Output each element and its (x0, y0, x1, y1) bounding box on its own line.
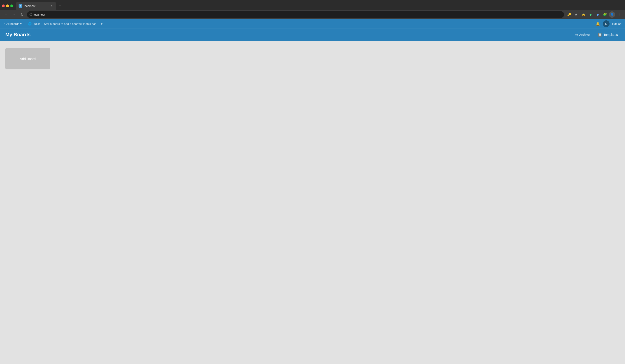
all-boards-link[interactable]: ⌂ All boards ▾ (3, 22, 22, 26)
bookmark-star-icon[interactable]: ★ (573, 11, 579, 18)
app-header: My Boards 🗃 Archive 📋 Templates (0, 28, 625, 41)
page-title: My Boards (5, 32, 573, 38)
nav-separator: · (24, 22, 25, 26)
templates-icon: 📋 (598, 32, 602, 37)
extensions-puzzle-icon[interactable]: 🧩 (602, 11, 608, 18)
nav-add-button[interactable]: + (99, 21, 104, 26)
browser-chrome: T localhost × + ← → ↻ ⓘ localhost 🔑 ★ 🔒 … (0, 0, 625, 19)
header-actions: 🗃 Archive 📋 Templates (573, 31, 620, 38)
browser-profile-button[interactable]: 👤 (609, 11, 615, 18)
active-tab[interactable]: T localhost × (16, 2, 56, 10)
extension-icon-2[interactable]: ◆ (587, 11, 594, 18)
forward-button[interactable]: → (11, 11, 17, 18)
boards-grid: Add Board (5, 48, 620, 69)
home-icon: ⌂ (3, 22, 5, 26)
add-board-label: Add Board (20, 57, 36, 61)
star-hint-text: Star a board to add a shortcut in this b… (44, 22, 96, 26)
notifications-bell-icon[interactable]: 🔔 (596, 22, 600, 26)
traffic-lights (2, 4, 13, 7)
globe-icon: 🌐 (28, 22, 31, 26)
refresh-button[interactable]: ↻ (19, 11, 25, 18)
archive-button[interactable]: 🗃 Archive (573, 32, 592, 38)
all-boards-label: All boards (6, 22, 19, 26)
back-button[interactable]: ← (3, 11, 9, 18)
extension-icon-3[interactable]: ◆ (594, 11, 601, 18)
public-label: Public (32, 22, 40, 26)
main-content: Add Board (0, 41, 625, 364)
maximize-traffic-light[interactable] (10, 4, 13, 7)
templates-label: Templates (603, 33, 618, 36)
lock-icon: ⓘ (30, 13, 32, 17)
tab-bar: T localhost × + (0, 0, 625, 10)
templates-button[interactable]: 📋 Templates (596, 31, 620, 38)
tab-favicon: T (19, 4, 22, 8)
archive-icon: 🗃 (574, 33, 578, 37)
archive-label: Archive (579, 33, 590, 36)
public-boards-link[interactable]: 🌐 Public (28, 22, 40, 26)
all-boards-dropdown-icon: ▾ (20, 22, 22, 26)
add-board-button[interactable]: Add Board (5, 48, 50, 69)
address-bar: ← → ↻ ⓘ localhost 🔑 ★ 🔒 ◆ ◆ 🧩 👤 ⋮ (0, 10, 625, 19)
address-input[interactable]: ⓘ localhost (27, 11, 564, 18)
extension-icon-1[interactable]: 🔒 (580, 11, 587, 18)
key-icon[interactable]: 🔑 (566, 11, 572, 18)
tab-close-button[interactable]: × (50, 4, 54, 8)
new-tab-button[interactable]: + (57, 3, 63, 9)
user-avatar[interactable]: L (603, 20, 610, 27)
browser-menu-button[interactable]: ⋮ (616, 11, 622, 18)
minimize-traffic-light[interactable] (6, 4, 9, 7)
app-navigation-bar: ⌂ All boards ▾ · 🌐 Public Star a board t… (0, 19, 625, 28)
browser-actions: 🔑 ★ 🔒 ◆ ◆ 🧩 👤 ⋮ (566, 11, 622, 18)
tab-title: localhost (24, 4, 48, 8)
username-label[interactable]: liumiao (612, 22, 622, 26)
close-traffic-light[interactable] (2, 4, 5, 7)
address-text: localhost (33, 13, 562, 16)
